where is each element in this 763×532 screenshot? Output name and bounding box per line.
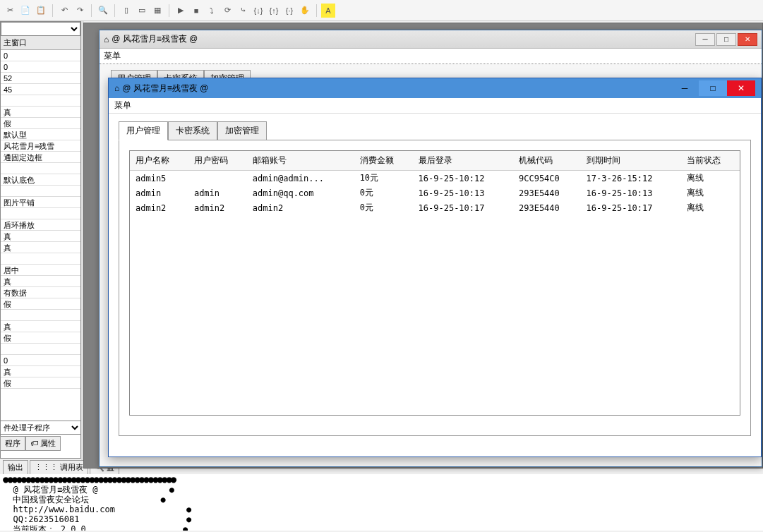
table-row[interactable]: admin2admin2admin20元16-9-25-10:17293E544… — [130, 200, 740, 215]
callstack-tab[interactable]: ⋮⋮⋮ 调用表 — [30, 460, 88, 475]
table-cell: 0元 — [354, 200, 413, 215]
run-icon[interactable]: ▶ — [174, 4, 188, 18]
foreground-app-window[interactable]: ⌂ @ 风花雪月≡残雪夜 @ ─ □ ✕ 菜单 用户管理 卡密系统 加密管理 用… — [108, 78, 762, 457]
property-row[interactable]: 真 — [1, 276, 80, 287]
paste-icon[interactable]: 📋 — [34, 4, 48, 18]
separator — [91, 4, 92, 17]
copy-icon[interactable]: 📄 — [18, 4, 32, 18]
maximize-button[interactable]: □ — [699, 80, 727, 96]
undo-icon[interactable]: ↶ — [57, 4, 71, 18]
table-cell: 离线 — [681, 200, 740, 215]
break3-icon[interactable]: {·} — [282, 4, 296, 18]
property-row[interactable] — [1, 208, 80, 219]
minimize-button[interactable]: ─ — [671, 80, 699, 96]
column-header[interactable]: 当前状态 — [681, 151, 740, 171]
table-cell: 9CC954C0 — [513, 171, 581, 186]
property-row[interactable] — [1, 163, 80, 174]
menu-item[interactable]: 菜单 — [104, 50, 121, 62]
column-header[interactable]: 机械代码 — [513, 151, 581, 171]
column-header[interactable]: 邮箱账号 — [247, 151, 354, 171]
menu-item[interactable]: 菜单 — [114, 99, 131, 111]
property-row[interactable]: 真 — [1, 107, 80, 118]
property-row[interactable]: 真 — [1, 321, 80, 332]
app-icon: ⌂ — [114, 83, 119, 93]
close-button[interactable]: ✕ — [738, 33, 757, 46]
console-output: ●●●●●●●●●●●●●●●●●●●●●●●●●●●●●●●●●●●●●● @… — [0, 474, 763, 531]
property-row[interactable]: 假 — [1, 298, 80, 310]
stop-icon[interactable]: ■ — [189, 4, 203, 18]
property-row[interactable]: 0 — [1, 61, 80, 73]
property-panel: 主窗口 005245真假默认型 风花雪月≡残雪通固定边框默认底色图片平铺盾环播放… — [0, 21, 81, 459]
window-title: @ 风花雪月≡残雪夜 @ — [122, 83, 208, 95]
layout1-icon[interactable]: ▯ — [119, 4, 133, 18]
table-cell: 离线 — [681, 171, 740, 186]
break2-icon[interactable]: {↑} — [267, 4, 281, 18]
table-cell: admin@admin... — [247, 171, 354, 186]
user-table[interactable]: 用户名称用户密码邮箱账号消费金额最后登录机械代码到期时间当前状态 admin5a… — [130, 151, 740, 215]
property-row[interactable]: 真 — [1, 242, 80, 253]
tab-content: 用户名称用户密码邮箱账号消费金额最后登录机械代码到期时间当前状态 admin5a… — [119, 140, 751, 436]
property-row[interactable] — [1, 344, 80, 355]
step-icon[interactable]: ⤵ — [205, 4, 219, 18]
window-menubar: 菜单 — [100, 49, 762, 64]
highlight-icon[interactable]: A — [321, 4, 335, 18]
property-row[interactable] — [1, 310, 80, 321]
find-icon[interactable]: 🔍 — [96, 4, 110, 18]
property-row[interactable]: 52 — [1, 73, 80, 84]
property-row[interactable]: 假 — [1, 377, 80, 389]
redo-icon[interactable]: ↷ — [73, 4, 87, 18]
object-combo[interactable] — [1, 22, 80, 36]
property-row[interactable]: 有数据 — [1, 287, 80, 298]
column-header[interactable]: 消费金额 — [354, 151, 413, 171]
window-titlebar[interactable]: ⌂ @ 风花雪月≡残雪夜 @ ─ □ ✕ — [100, 30, 762, 49]
property-list[interactable]: 005245真假默认型 风花雪月≡残雪通固定边框默认底色图片平铺盾环播放真真居中… — [1, 50, 80, 389]
table-row[interactable]: admin5admin@admin...10元16-9-25-10:129CC9… — [130, 171, 740, 186]
table-cell: 293E5440 — [513, 200, 581, 215]
break1-icon[interactable]: {↓} — [251, 4, 265, 18]
column-header[interactable]: 到期时间 — [581, 151, 681, 171]
property-row[interactable]: 图片平铺 — [1, 197, 80, 208]
property-row[interactable]: 真 — [1, 231, 80, 242]
table-row[interactable]: adminadminadmin@qq.com0元16-9-25-10:13293… — [130, 186, 740, 200]
property-row[interactable]: 默认底色 — [1, 174, 80, 186]
table-cell: 0元 — [354, 186, 413, 200]
hand-icon[interactable]: ✋ — [298, 4, 312, 18]
separator — [169, 4, 169, 17]
step-over-icon[interactable]: ⟳ — [220, 4, 234, 18]
close-button[interactable]: ✕ — [727, 80, 755, 96]
tab-properties[interactable]: 🏷 属性 — [25, 436, 61, 451]
minimize-button[interactable]: ─ — [695, 33, 715, 46]
layout3-icon[interactable]: ▦ — [150, 4, 164, 18]
property-row[interactable] — [1, 95, 80, 107]
column-header[interactable]: 最后登录 — [413, 151, 513, 171]
layout2-icon[interactable]: ▭ — [135, 4, 149, 18]
tab-users[interactable]: 用户管理 — [119, 121, 168, 140]
property-row[interactable]: 0 — [1, 50, 80, 61]
tab-program[interactable]: 程序 — [0, 436, 25, 451]
output-tab[interactable]: 输出 — [3, 460, 28, 475]
table-cell: 16-9-25-10:12 — [413, 171, 513, 186]
property-row[interactable]: 默认型 — [1, 129, 80, 140]
property-row[interactable]: 假 — [1, 332, 80, 344]
event-handler-combo[interactable]: 件处理子程序 — [0, 421, 81, 435]
step-into-icon[interactable]: ⤷ — [236, 4, 250, 18]
property-row[interactable]: 通固定边框 — [1, 152, 80, 163]
maximize-button[interactable]: □ — [716, 33, 736, 46]
tab-encrypt[interactable]: 加密管理 — [217, 121, 267, 140]
user-table-container: 用户名称用户密码邮箱账号消费金额最后登录机械代码到期时间当前状态 admin5a… — [129, 150, 740, 416]
property-row[interactable] — [1, 253, 80, 265]
property-row[interactable]: 假 — [1, 118, 80, 129]
property-row[interactable] — [1, 186, 80, 197]
cut-icon[interactable]: ✂ — [3, 4, 17, 18]
property-row[interactable]: 风花雪月≡残雪 — [1, 140, 80, 152]
window-titlebar[interactable]: ⌂ @ 风花雪月≡残雪夜 @ ─ □ ✕ — [109, 78, 761, 98]
property-row[interactable]: 盾环播放 — [1, 219, 80, 231]
column-header[interactable]: 用户名称 — [130, 151, 188, 171]
property-row[interactable]: 真 — [1, 366, 80, 377]
property-row[interactable]: 45 — [1, 84, 80, 95]
column-header[interactable]: 用户密码 — [188, 151, 247, 171]
property-row[interactable]: 0 — [1, 355, 80, 366]
tab-cards[interactable]: 卡密系统 — [168, 121, 217, 140]
separator — [52, 4, 53, 17]
property-row[interactable]: 居中 — [1, 265, 80, 276]
